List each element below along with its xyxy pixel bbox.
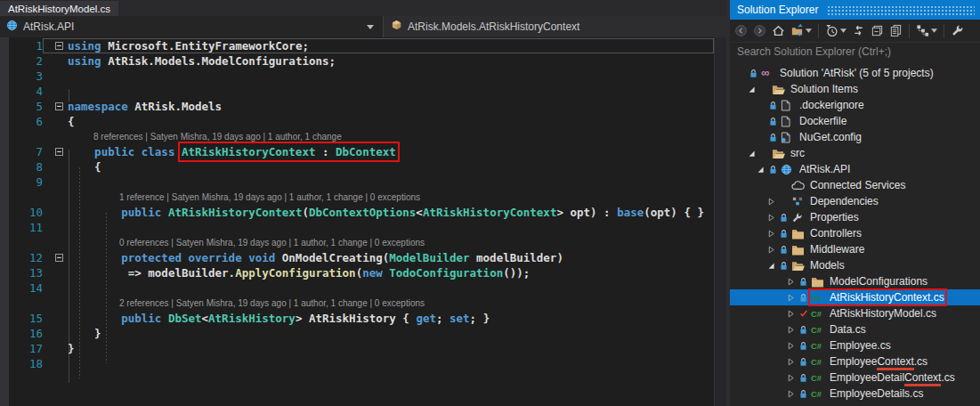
collapse-region-box[interactable]: − bbox=[55, 148, 63, 156]
code-line-14[interactable]: 14 bbox=[0, 280, 714, 296]
code-line-18[interactable]: 18 bbox=[0, 356, 714, 371]
chevron-expanded-icon[interactable] bbox=[748, 85, 760, 93]
codelens-text[interactable]: 2 references | Satyen Mishra, 19 days ag… bbox=[68, 296, 425, 311]
tree-item-.dockerignore[interactable]: .dockerignore bbox=[730, 97, 980, 113]
code-line-4[interactable]: 4 bbox=[0, 84, 714, 99]
tree-item-solution-items[interactable]: Solution Items bbox=[730, 81, 980, 97]
chevron-collapsed-icon[interactable] bbox=[767, 230, 780, 238]
switch-views-button[interactable] bbox=[788, 22, 814, 40]
solution-explorer-title-bar[interactable]: Solution Explorer bbox=[730, 0, 980, 20]
codelens-text[interactable]: 0 references | Satyen Mishra, 19 days ag… bbox=[68, 235, 425, 250]
code-line-7[interactable]: 7− public class AtRiskHistoryContext : D… bbox=[0, 144, 714, 159]
codelens-text[interactable]: 8 references | Satyen Mishra, 19 days ag… bbox=[68, 129, 342, 144]
outlining-margin[interactable] bbox=[43, 159, 68, 175]
codelens-text[interactable]: 1 reference | Satyen Mishra, 19 days ago… bbox=[68, 190, 420, 205]
outlining-margin[interactable] bbox=[43, 280, 68, 296]
tree-item-modelconfigurations[interactable]: ModelConfigurations bbox=[730, 273, 980, 289]
view-hierarchy-button[interactable] bbox=[913, 22, 940, 40]
outlining-margin[interactable] bbox=[43, 326, 68, 341]
codelens-row[interactable]: 0 references | Satyen Mishra, 19 days ag… bbox=[0, 235, 714, 250]
document-tab[interactable]: AtRiskHistoryModel.cs bbox=[0, 1, 118, 17]
tree-item-employeedetailcontext.cs[interactable]: C#EmployeeDetailContext.cs bbox=[730, 369, 980, 386]
code-line-15[interactable]: 15 public DbSet<AtRiskHistory> AtRiskHis… bbox=[0, 311, 714, 326]
outlining-margin[interactable] bbox=[43, 190, 68, 205]
outlining-margin[interactable] bbox=[43, 129, 68, 144]
tree-item-solution-atrisk-5-of-5-projects-[interactable]: ∞Solution 'AtRisk' (5 of 5 projects) bbox=[730, 65, 980, 81]
collapse-region-box[interactable]: − bbox=[55, 102, 63, 110]
outlining-margin[interactable] bbox=[43, 311, 68, 326]
code-line-5[interactable]: 5−namespace AtRisk.Models bbox=[0, 99, 714, 114]
outlining-margin[interactable] bbox=[43, 205, 68, 220]
code-line-12[interactable]: 12− protected override void OnModelCreat… bbox=[0, 250, 714, 265]
code-line-3[interactable]: 3 bbox=[0, 69, 714, 84]
tree-item-controllers[interactable]: Controllers bbox=[730, 225, 980, 241]
chevron-collapsed-icon[interactable] bbox=[787, 342, 799, 350]
outlining-margin[interactable]: − bbox=[43, 38, 68, 53]
code-line-9[interactable]: 9 bbox=[0, 175, 714, 190]
outlining-margin[interactable] bbox=[43, 356, 68, 371]
code-editor[interactable]: 1−using Microsoft.EntityFrameworkCore;2u… bbox=[0, 37, 726, 406]
tree-item-employee.cs[interactable]: C#Employee.cs bbox=[730, 337, 980, 353]
editor-vertical-scrollbar[interactable] bbox=[714, 37, 726, 406]
outlining-margin[interactable]: − bbox=[43, 250, 68, 265]
tree-item-atrisk.api[interactable]: AtRisk.API bbox=[730, 161, 980, 177]
outlining-margin[interactable] bbox=[43, 114, 68, 129]
outlining-margin[interactable] bbox=[43, 69, 68, 84]
tree-item-nuget.config[interactable]: NuGet.config bbox=[730, 129, 980, 145]
outlining-margin[interactable] bbox=[43, 53, 68, 69]
code-line-11[interactable]: 11 bbox=[0, 220, 714, 235]
outlining-margin[interactable]: − bbox=[43, 144, 68, 159]
search-input[interactable] bbox=[730, 44, 980, 61]
code-line-6[interactable]: 6{ bbox=[0, 114, 714, 129]
chevron-collapsed-icon[interactable] bbox=[787, 374, 799, 382]
outlining-margin[interactable] bbox=[43, 84, 68, 99]
outlining-margin[interactable] bbox=[43, 175, 68, 190]
sync-with-active-document-button[interactable] bbox=[849, 22, 868, 40]
show-all-files-button[interactable] bbox=[887, 22, 905, 40]
code-line-16[interactable]: 16 } bbox=[0, 326, 714, 341]
project-dropdown[interactable]: AtRisk.API bbox=[0, 16, 383, 37]
tree-item-data.cs[interactable]: C#Data.cs bbox=[730, 321, 980, 337]
codelens-row[interactable]: 2 references | Satyen Mishra, 19 days ag… bbox=[0, 296, 714, 311]
tree-item-employeedetails.cs[interactable]: C#EmployeeDetails.cs bbox=[730, 386, 980, 402]
codelens-row[interactable]: 8 references | Satyen Mishra, 19 days ag… bbox=[0, 129, 714, 144]
outlining-margin[interactable] bbox=[43, 235, 68, 250]
chevron-collapsed-icon[interactable] bbox=[787, 278, 799, 286]
code-line-13[interactable]: 13 => modelBuilder.ApplyConfiguration(ne… bbox=[0, 265, 714, 280]
chevron-collapsed-icon[interactable] bbox=[767, 246, 780, 254]
outlining-margin[interactable] bbox=[43, 341, 68, 356]
type-dropdown[interactable]: AtRisk.Models.AtRiskHistoryContext bbox=[383, 16, 726, 37]
chevron-collapsed-icon[interactable] bbox=[787, 358, 799, 366]
collapse-region-box[interactable]: − bbox=[55, 254, 63, 262]
tree-item-atriskhistorymodel.cs[interactable]: C#AtRiskHistoryModel.cs bbox=[730, 305, 980, 321]
chevron-collapsed-icon[interactable] bbox=[787, 294, 799, 302]
outlining-margin[interactable] bbox=[43, 265, 68, 280]
properties-button[interactable] bbox=[948, 22, 967, 40]
tree-item-middleware[interactable]: Middleware bbox=[730, 241, 980, 257]
collapse-region-box[interactable]: − bbox=[55, 42, 63, 50]
tree-item-properties[interactable]: Properties bbox=[730, 209, 980, 225]
outlining-margin[interactable] bbox=[43, 220, 68, 235]
tree-item-dependencies[interactable]: Dependencies bbox=[730, 193, 980, 209]
chevron-expanded-icon[interactable] bbox=[748, 150, 760, 158]
chevron-expanded-icon[interactable] bbox=[757, 166, 769, 174]
tree-item-partial-item[interactable] bbox=[730, 402, 980, 406]
chevron-expanded-icon[interactable] bbox=[767, 262, 780, 270]
pending-changes-filter-button[interactable] bbox=[822, 22, 849, 40]
code-line-1[interactable]: 1−using Microsoft.EntityFrameworkCore; bbox=[0, 38, 714, 53]
tree-item-employeecontext.cs[interactable]: C#EmployeeContext.cs bbox=[730, 353, 980, 369]
back-button[interactable] bbox=[732, 22, 750, 40]
codelens-row[interactable]: 1 reference | Satyen Mishra, 19 days ago… bbox=[0, 190, 714, 205]
tree-item-dockerfile[interactable]: Dockerfile bbox=[730, 113, 980, 129]
tree-item-atriskhistorycontext.cs[interactable]: C#AtRiskHistoryContext.cs bbox=[730, 289, 980, 305]
home-button[interactable] bbox=[769, 22, 788, 40]
code-line-17[interactable]: 17} bbox=[0, 341, 714, 356]
tree-item-models[interactable]: Models bbox=[730, 257, 980, 273]
collapse-all-button[interactable] bbox=[868, 22, 887, 40]
code-line-10[interactable]: 10 public AtRiskHistoryContext(DbContext… bbox=[0, 205, 714, 220]
outlining-margin[interactable]: − bbox=[43, 99, 68, 114]
code-line-2[interactable]: 2using AtRisk.Models.ModelConfigurations… bbox=[0, 53, 714, 69]
chevron-collapsed-icon[interactable] bbox=[767, 214, 780, 222]
chevron-collapsed-icon[interactable] bbox=[787, 390, 799, 398]
tree-item-connected-services[interactable]: Connected Services bbox=[730, 177, 980, 193]
